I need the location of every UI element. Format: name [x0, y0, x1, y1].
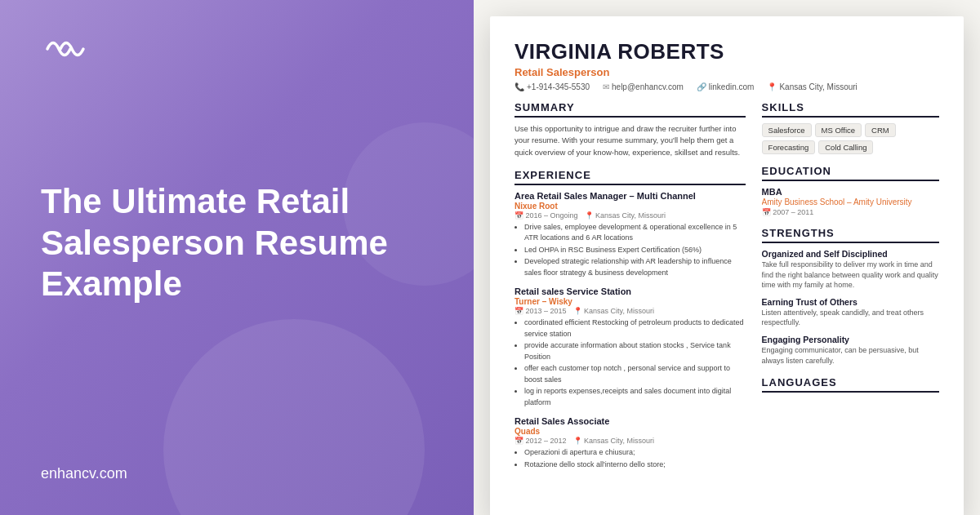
skills-tags: Salesforce MS Office CRM Forecasting Col…: [762, 123, 939, 154]
exp-job-title-3: Retail Sales Associate: [514, 416, 746, 426]
exp-company-3: Quads: [514, 427, 746, 436]
edu-degree: MBA: [762, 187, 939, 197]
site-url: enhancv.com: [41, 433, 433, 482]
exp-item-2: Retail sales Service Station Turner – Wi…: [514, 286, 746, 408]
bullet-2-3: offer each customer top notch , personal…: [524, 363, 746, 385]
resume-contact: 📞 +1-914-345-5530 ✉ help@enhancv.com 🔗 l…: [514, 82, 939, 91]
col-right: SKILLS Salesforce MS Office CRM Forecast…: [762, 101, 939, 506]
education-heading: EDUCATION: [762, 165, 939, 181]
exp-location-1: 📍 Kansas City, Missouri: [585, 211, 666, 220]
exp-meta-2: 📅 2013 – 2015 📍 Kansas City, Missouri: [514, 307, 746, 315]
exp-location-3: 📍 Kansas City, Missouri: [573, 437, 654, 445]
email-icon: ✉: [603, 82, 609, 91]
edu-school: Amity Business School – Amity University: [762, 198, 939, 206]
skill-tag-3: CRM: [865, 123, 896, 137]
left-panel: The Ultimate Retail Salesperson Resume E…: [0, 0, 474, 515]
exp-company-1: Nixue Root: [514, 202, 746, 211]
strength-item-1: Organized and Self Disciplined Take full…: [762, 249, 939, 291]
enhancv-logo: [41, 33, 90, 65]
languages-section: LANGUAGES: [762, 376, 939, 393]
cal-icon-1: 📅: [514, 211, 523, 220]
languages-heading: LANGUAGES: [762, 376, 939, 393]
strengths-section: STRENGTHS Organized and Self Disciplined…: [762, 227, 939, 366]
exp-date-2: 📅 2013 – 2015: [514, 307, 567, 315]
bullet-1-2: Led OHPA in RSC Business Expert Certific…: [524, 245, 746, 256]
right-panel: VIRGINIA ROBERTS Retail Salesperson 📞 +1…: [474, 0, 980, 515]
exp-bullets-1: Drive sales, employee development & oper…: [514, 222, 746, 279]
bullet-2-4: log in reports expenses,receipts and sal…: [524, 386, 746, 408]
page-headline: The Ultimate Retail Salesperson Resume E…: [41, 181, 433, 304]
exp-date-1: 📅 2016 – Ongoing: [514, 211, 578, 220]
logo-area: [41, 33, 433, 69]
summary-heading: SUMMARY: [514, 101, 746, 118]
skill-tag-5: Cold Calling: [818, 140, 873, 154]
linkedin-icon: 🔗: [697, 82, 706, 91]
loc-icon-1: 📍: [585, 211, 594, 220]
col-left: SUMMARY Use this opportunity to intrigue…: [514, 101, 746, 506]
skill-tag-2: MS Office: [815, 123, 862, 137]
phone-icon: 📞: [514, 82, 524, 91]
cal-icon-3: 📅: [514, 437, 523, 445]
exp-location-2: 📍 Kansas City, Missouri: [573, 307, 654, 315]
exp-meta-3: 📅 2012 – 2012 📍 Kansas City, Missouri: [514, 437, 746, 445]
resume-title: Retail Salesperson: [514, 66, 939, 78]
skills-section: SKILLS Salesforce MS Office CRM Forecast…: [762, 101, 939, 154]
bullet-3-1: Operazioni di apertura e chiusura;: [524, 447, 746, 459]
skill-tag-4: Forecasting: [762, 140, 816, 154]
resume-card: VIRGINIA ROBERTS Retail Salesperson 📞 +1…: [490, 16, 964, 515]
contact-phone: 📞 +1-914-345-5530: [514, 82, 590, 91]
contact-location: 📍 Kansas City, Missouri: [767, 82, 857, 91]
strength-desc-3: Engaging communicator, can be persuasive…: [762, 345, 939, 366]
resume-body: SUMMARY Use this opportunity to intrigue…: [514, 101, 939, 506]
contact-linkedin: 🔗 linkedin.com: [697, 82, 755, 91]
education-section: EDUCATION MBA Amity Business School – Am…: [762, 165, 939, 216]
strength-title-3: Engaging Personality: [762, 335, 939, 344]
strength-item-2: Earning Trust of Others Listen attentive…: [762, 297, 939, 328]
exp-bullets-2: coordinated efficient Restocking of petr…: [514, 317, 746, 408]
exp-job-title-2: Retail sales Service Station: [514, 286, 746, 296]
exp-item-1: Area Retail Sales Manager – Multi Channe…: [514, 191, 746, 279]
strengths-heading: STRENGTHS: [762, 227, 939, 243]
contact-email: ✉ help@enhancv.com: [603, 82, 684, 91]
exp-meta-1: 📅 2016 – Ongoing 📍 Kansas City, Missouri: [514, 211, 746, 220]
exp-date-3: 📅 2012 – 2012: [514, 437, 567, 445]
bullet-2-2: provide accurate information about stati…: [524, 340, 746, 362]
edu-years: 📅 2007 – 2011: [762, 208, 939, 216]
skills-heading: SKILLS: [762, 101, 939, 118]
exp-bullets-3: Operazioni di apertura e chiusura; Rotaz…: [514, 447, 746, 470]
exp-company-2: Turner – Wisky: [514, 297, 746, 306]
cal-icon-2: 📅: [514, 307, 523, 315]
strength-desc-2: Listen attentively, speak candidly, and …: [762, 308, 939, 328]
summary-section: SUMMARY Use this opportunity to intrigue…: [514, 101, 746, 158]
resume-header: VIRGINIA ROBERTS Retail Salesperson 📞 +1…: [514, 39, 939, 91]
skill-tag-1: Salesforce: [762, 123, 812, 137]
exp-item-3: Retail Sales Associate Quads 📅 2012 – 20…: [514, 416, 746, 470]
bullet-2-1: coordinated efficient Restocking of petr…: [524, 317, 746, 340]
strength-item-3: Engaging Personality Engaging communicat…: [762, 335, 939, 366]
edu-cal-icon: 📅: [762, 208, 771, 216]
location-icon: 📍: [767, 82, 777, 91]
strength-title-2: Earning Trust of Others: [762, 297, 939, 307]
bullet-3-2: Rotazione dello stock all'interno dello …: [524, 460, 746, 471]
bullet-1-3: Developed strategic relationship with AR…: [524, 256, 746, 278]
exp-job-title-1: Area Retail Sales Manager – Multi Channe…: [514, 191, 746, 201]
loc-icon-3: 📍: [573, 437, 582, 445]
resume-name: VIRGINIA ROBERTS: [514, 39, 939, 64]
strength-title-1: Organized and Self Disciplined: [762, 249, 939, 259]
bullet-1-1: Drive sales, employee development & oper…: [524, 222, 746, 244]
experience-heading: EXPERIENCE: [514, 169, 746, 185]
strength-desc-1: Take full responsibility to deliver my w…: [762, 260, 939, 291]
loc-icon-2: 📍: [573, 307, 582, 315]
summary-text: Use this opportunity to intrigue and dra…: [514, 123, 746, 158]
experience-section: EXPERIENCE Area Retail Sales Manager – M…: [514, 169, 746, 471]
